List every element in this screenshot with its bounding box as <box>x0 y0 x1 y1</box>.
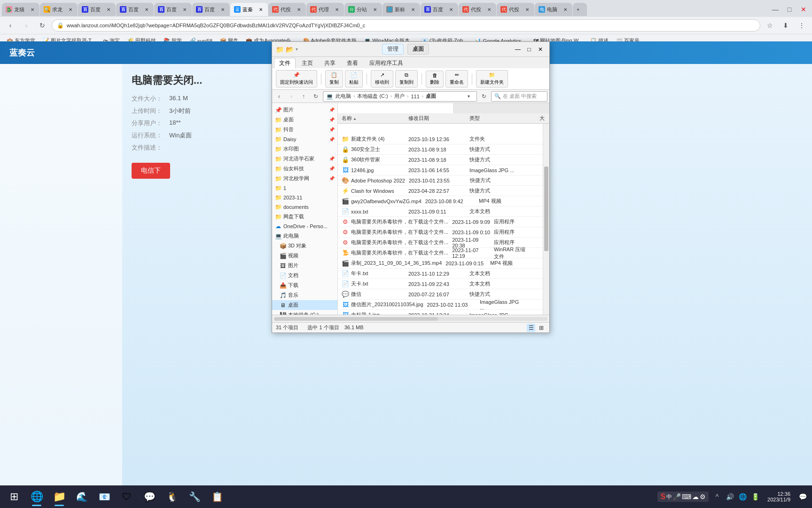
ribbon-copy-to[interactable]: ⧉ 复制到 <box>395 70 418 87</box>
details-view-btn[interactable]: ☰ <box>527 324 535 332</box>
browser-minimize[interactable]: — <box>769 3 782 16</box>
tab-close-6[interactable]: ✕ <box>258 6 264 13</box>
ribbon-tab-file[interactable]: 文件 <box>274 58 296 68</box>
file-row[interactable]: 🎬 录制_2023_11_09_00_14_36_195.mp4 2023-11… <box>338 258 549 269</box>
tab-fenzhan[interactable]: 分 分站 ✕ <box>344 3 382 16</box>
taskbar-start[interactable]: ⊞ <box>4 486 24 507</box>
file-row[interactable]: 📄 天卡.txt 2023-11-09 22:43 文本文档 <box>338 279 549 289</box>
tab-longmao[interactable]: 🐉 龙猫 ✕ <box>2 3 39 16</box>
reload-button[interactable]: ↻ <box>36 19 49 32</box>
file-row[interactable]: 🗜 电脑需要关闭杀毒软件，在下载这个文件... 2023-11-07 12:19… <box>338 248 549 258</box>
tree-item-2023-11[interactable]: 📁 2023-11 <box>272 193 337 202</box>
tab-daili[interactable]: 代 代理 ✕ <box>306 3 344 16</box>
ribbon-newfolder[interactable]: 📁 新建文件夹 <box>476 70 508 87</box>
breadcrumb-desktop[interactable]: 桌面 <box>424 92 437 100</box>
tab-new[interactable]: + <box>573 3 587 16</box>
tab-close-14[interactable]: ✕ <box>562 6 569 13</box>
explorer-close[interactable]: ✕ <box>535 44 546 55</box>
tree-item-onedrive[interactable]: ☁ OneDrive - Perso... <box>272 222 337 231</box>
tray-battery[interactable]: 🔋 <box>750 491 761 502</box>
tray-network[interactable]: 🌐 <box>737 491 748 502</box>
file-row[interactable]: 🎬 gwy2OafbewdvQxvYwZG.mp4 2023-10-08 9:4… <box>338 196 549 206</box>
tree-item-wangpan[interactable]: 📁 网盘下载 <box>272 212 337 222</box>
file-row[interactable]: 💬 微信 2020-07-22 16:07 快捷方式 <box>338 289 549 300</box>
large-icon-view-btn[interactable]: ⊞ <box>537 324 546 332</box>
taskbar-edge[interactable]: 🌊 <box>71 486 92 507</box>
browser-close[interactable]: ✕ <box>797 3 810 16</box>
ribbon-tab-share[interactable]: 共享 <box>319 58 341 68</box>
tab-daitou2[interactable]: 代 代投 ✕ <box>459 3 496 16</box>
breadcrumb-dropdown[interactable]: ▾ <box>463 91 474 102</box>
tab-baidu3[interactable]: 百 百度 ✕ <box>154 3 192 16</box>
col-header-name[interactable]: 名称▲ <box>340 115 406 122</box>
taskbar-qihu[interactable]: 🛡 <box>117 486 137 507</box>
tab-close-3[interactable]: ✕ <box>143 6 150 13</box>
file-row[interactable]: 📄 年卡.txt 2023-11-10 12:29 文本文档 <box>338 269 549 279</box>
taskbar-explorer[interactable]: 📁 <box>49 486 70 507</box>
sougou-ime[interactable]: S 中 🎤 ⌨ ☁ ⚙ <box>657 492 709 502</box>
breadcrumb[interactable]: 💻 此电脑 › 本地磁盘 (C:) › 用户 › 111 › 桌面 ▾ <box>323 91 477 102</box>
tab-baidu2[interactable]: 百 百度 ✕ <box>116 3 154 16</box>
ribbon-tab-home[interactable]: 主页 <box>297 58 318 68</box>
tree-item-c-drive[interactable]: 💾 本地磁盘 (C:) <box>272 310 337 315</box>
tab-close-4[interactable]: ✕ <box>181 6 188 13</box>
tab-baidu5[interactable]: 百 百度 ✕ <box>421 3 458 16</box>
tree-item-pics[interactable]: 🖼 图片 <box>272 261 337 270</box>
file-row[interactable]: 🖼 未标题-1.jpg 2023-10-21 12:34 ImageGlass … <box>338 310 549 315</box>
menu-button[interactable]: ⋮ <box>795 19 808 32</box>
taskbar-wechat[interactable]: 💬 <box>139 486 160 507</box>
breadcrumb-111[interactable]: 111 <box>409 93 421 100</box>
search-box[interactable]: 🔍 在 桌面 中搜索 <box>491 91 547 102</box>
bookmark-button[interactable]: ☆ <box>763 19 776 32</box>
file-row[interactable]: 🔒 360安全卫士 2023-11-08 9:18 快捷方式 <box>338 144 549 155</box>
scrollbar-thumb[interactable] <box>544 167 548 251</box>
breadcrumb-drive-c[interactable]: 本地磁盘 (C:) <box>356 92 389 100</box>
file-row[interactable]: 🖼 微信图片_20231002110354.jpg 2023-10-02 11:… <box>338 300 549 310</box>
tab-xinbiao[interactable]: 🌐 新标 ✕ <box>383 3 420 16</box>
breadcrumb-this-pc[interactable]: 此电脑 <box>334 92 352 100</box>
forward-button[interactable]: › <box>20 19 33 32</box>
tree-item-music[interactable]: 🎵 音乐 <box>272 290 337 300</box>
ribbon-delete[interactable]: 🗑 删除 <box>426 71 444 87</box>
breadcrumb-users[interactable]: 用户 <box>393 92 406 100</box>
file-row[interactable]: 🖼 12486.jpg 2023-11-06 14:55 ImageGlass … <box>338 165 549 175</box>
col-header-size[interactable]: 大 <box>519 115 547 122</box>
col-header-date[interactable]: 修改日期 <box>406 115 468 122</box>
addr-up[interactable]: ↑ <box>298 91 309 102</box>
tree-item-douyin[interactable]: 📁 抖音 📌 <box>272 125 337 135</box>
tab-baidu4[interactable]: 百 百度 ✕ <box>192 3 230 16</box>
tab-close-12[interactable]: ✕ <box>486 6 492 13</box>
explorer-maximize[interactable]: □ <box>524 44 534 55</box>
ribbon-move[interactable]: ↗ 移动到 <box>371 70 393 87</box>
col-header-type[interactable]: 类型 <box>468 115 519 122</box>
download-button[interactable]: ⬇ <box>779 19 792 32</box>
ribbon-pin[interactable]: 📌 固定到快速访问 <box>276 70 317 87</box>
tree-item-desktop-drive[interactable]: 🖥 桌面 <box>272 300 337 310</box>
addr-refresh[interactable]: ↻ <box>311 91 321 102</box>
tab-close-8[interactable]: ✕ <box>334 6 340 13</box>
tray-volume[interactable]: 🔊 <box>724 491 735 502</box>
tree-item-desktop[interactable]: 📁 桌面 📌 <box>272 115 337 125</box>
ribbon-copy[interactable]: 📋 复制 <box>325 70 343 87</box>
tree-item-this-pc[interactable]: 💻 此电脑 <box>272 231 337 241</box>
back-button[interactable]: ‹ <box>4 19 17 32</box>
addr-back[interactable]: ‹ <box>274 91 284 102</box>
file-row[interactable]: ⚙ 电脑需要关闭杀毒软件，在下载这个文件... 2023-11-09 0:10 … <box>338 227 549 238</box>
tab-close-9[interactable]: ✕ <box>372 6 378 13</box>
taskbar-qq[interactable]: 🐧 <box>162 486 182 507</box>
ribbon-rename[interactable]: ✏ 重命名 <box>445 70 468 87</box>
tree-item-hebei-lang[interactable]: 📁 河北语学石家 📌 <box>272 154 337 164</box>
tab-close-10[interactable]: ✕ <box>410 6 416 13</box>
vertical-scrollbar[interactable] <box>543 103 549 315</box>
taskbar-app2[interactable]: 📋 <box>207 486 227 507</box>
manage-tab[interactable]: 管理 <box>382 44 404 55</box>
file-row[interactable]: ⚙ 电脑需要关闭杀毒软件，在下载这个文件... 2023-11-09 9:09 … <box>338 217 549 227</box>
notifications-icon[interactable]: 💬 <box>797 491 808 502</box>
tree-item-watermark[interactable]: 📁 水印图 <box>272 144 337 154</box>
file-row[interactable]: 📄 xxxx.txt 2023-11-09 0:11 文本文档 <box>338 206 549 217</box>
explorer-minimize[interactable]: — <box>513 44 523 55</box>
tab-close-11[interactable]: ✕ <box>448 6 454 13</box>
browser-maximize[interactable]: □ <box>783 3 796 16</box>
tab-baidu1[interactable]: 百 百度 ✕ <box>78 3 116 16</box>
tab-daitou3[interactable]: 代 代投 ✕ <box>497 3 534 16</box>
